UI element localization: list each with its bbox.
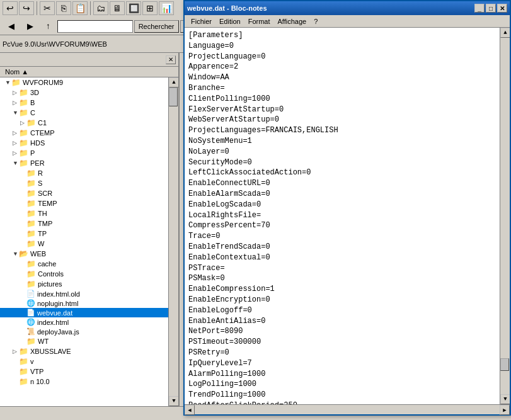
menu-fichier[interactable]: Fichier xyxy=(187,16,215,26)
tree-item-ctemp[interactable]: ▷ 📁 CTEMP xyxy=(0,128,168,138)
explorer-panel: ✕ Nom ▲ ▼ 📁 WVFORUM9 ▷ 📁 3D xyxy=(0,53,180,406)
np-hscroll-right[interactable]: ▶ xyxy=(500,405,510,415)
menu-edition[interactable]: Edition xyxy=(215,16,244,26)
tree-item-c[interactable]: ▼ 📁 C xyxy=(0,108,168,118)
expand-icon: ▷ xyxy=(20,120,26,126)
np-scroll-up[interactable]: ▲ xyxy=(500,28,510,38)
tree-item-wvforum9[interactable]: ▼ 📁 WVFORUM9 xyxy=(0,77,168,88)
folder-icon: 📁 xyxy=(19,98,28,107)
search-input[interactable] xyxy=(57,20,133,33)
tree-item-cache[interactable]: 📁 cache xyxy=(0,259,168,269)
menu-help[interactable]: ? xyxy=(310,16,321,26)
tree-item-per[interactable]: ▼ 📁 PER xyxy=(0,158,168,168)
expand-icon: ▼ xyxy=(13,110,19,116)
tree-item-hds[interactable]: ▷ 📁 HDS xyxy=(0,138,168,148)
tree-item-r[interactable]: 📁 R xyxy=(0,168,168,178)
icon-btn3[interactable]: 🔲 xyxy=(126,1,141,15)
tree-item-wt[interactable]: 📁 WT xyxy=(0,336,168,346)
tree-item-tmp[interactable]: 📁 TMP xyxy=(0,219,168,229)
expand-icon: ▷ xyxy=(13,140,19,146)
tree-scrollbar[interactable]: ▲ ▼ xyxy=(168,77,178,406)
tree-label: B xyxy=(30,99,35,106)
tree-item-w[interactable]: 📁 W xyxy=(0,239,168,249)
folder-icon: 📁 xyxy=(26,209,36,218)
scrollbar-down-btn[interactable]: ▼ xyxy=(169,396,178,406)
scrollbar-thumb[interactable] xyxy=(169,88,178,106)
address-label: PcVue 9.0\Usr\WVFORUM9\WEB xyxy=(3,40,107,48)
tree-item-controls[interactable]: 📁 Controls xyxy=(0,269,168,279)
icon-btn2[interactable]: 🖥 xyxy=(110,1,125,15)
icon-btn5[interactable]: 📊 xyxy=(159,1,174,15)
tree-item-tp[interactable]: 📁 TP xyxy=(0,229,168,239)
tree-item-p[interactable]: ▷ 📁 P xyxy=(0,148,168,158)
tree-label: CTEMP xyxy=(30,129,55,137)
scrollbar-track[interactable] xyxy=(169,88,178,396)
col-name-header: Nom ▲ xyxy=(3,67,176,77)
file-icon: 🌐 xyxy=(26,318,35,326)
tree-label: TH xyxy=(38,210,47,217)
tree-label: R xyxy=(38,169,43,177)
tree-item-s[interactable]: 📁 S xyxy=(0,178,168,188)
tree-item-3d[interactable]: ▷ 📁 3D xyxy=(0,88,168,98)
np-scroll-thumb[interactable] xyxy=(500,358,509,371)
folder-icon: 📂 xyxy=(19,249,28,258)
tree-label: TP xyxy=(38,230,47,237)
icon-btn4[interactable]: ⊞ xyxy=(142,1,158,15)
explorer-close-button[interactable]: ✕ xyxy=(166,55,176,64)
close-button[interactable]: ✕ xyxy=(497,4,507,13)
expand-icon: ▼ xyxy=(13,160,19,166)
np-hscroll-left[interactable]: ◀ xyxy=(185,405,195,415)
back-button[interactable]: ◀ xyxy=(3,20,20,33)
tree-item-deployjava-js[interactable]: 📜 deployJava.js xyxy=(0,327,168,336)
paste-button[interactable]: 📋 xyxy=(72,1,88,15)
tree-label: WVFORUM9 xyxy=(23,79,63,86)
tree-item-webvue-dat[interactable]: 📄 webvue.dat xyxy=(0,308,168,317)
notepad-text-area[interactable]: [Parameters] Language=0 ProjectLanguage=… xyxy=(185,28,500,404)
np-scroll-down[interactable]: ▼ xyxy=(500,394,510,404)
tree-item-c1[interactable]: ▷ 📁 C1 xyxy=(0,118,168,128)
folder-icon: 📁 xyxy=(26,189,36,198)
tree-item-th[interactable]: 📁 TH xyxy=(0,208,168,219)
up-button[interactable]: ↑ xyxy=(40,20,56,33)
icon-btn1[interactable]: 🗂 xyxy=(93,1,108,15)
tree-item-vfr[interactable]: 📁 v xyxy=(0,356,168,366)
minimize-button[interactable]: _ xyxy=(474,4,485,13)
undo-button[interactable]: ↩ xyxy=(3,1,18,15)
notepad-titlebar: webvue.dat - Bloc-notes _ □ ✕ xyxy=(185,1,510,15)
cut-button[interactable]: ✂ xyxy=(40,1,55,15)
tree-item-b[interactable]: ▷ 📁 B xyxy=(0,98,168,108)
tree-item-pictures[interactable]: 📁 pictures xyxy=(0,279,168,289)
menu-format[interactable]: Format xyxy=(244,16,274,26)
folder-icon: 📁 xyxy=(26,169,36,178)
tree-item-web[interactable]: ▼ 📂 WEB xyxy=(0,249,168,259)
folder-icon: 📁 xyxy=(26,239,36,248)
tree-item-index-html-old[interactable]: 📄 index.html.old xyxy=(0,289,168,298)
back-icon: ◀ xyxy=(8,21,14,31)
copy-button[interactable]: ⎘ xyxy=(56,1,71,15)
separator1 xyxy=(37,1,37,15)
np-scroll-track[interactable] xyxy=(500,38,510,394)
scrollbar-up-btn[interactable]: ▲ xyxy=(169,77,178,88)
folder-icon: 📁 xyxy=(26,219,36,228)
redo-button[interactable]: ↪ xyxy=(19,1,34,15)
tree-item-n10[interactable]: 📁 n 10.0 xyxy=(0,377,168,387)
maximize-button[interactable]: □ xyxy=(486,4,496,13)
up-icon: ↑ xyxy=(46,21,50,31)
forward-button[interactable]: ▶ xyxy=(21,20,39,33)
tree-label: Controls xyxy=(38,270,64,278)
tree-item-temp[interactable]: 📁 TEMP xyxy=(0,198,168,208)
sort-icon: ▲ xyxy=(21,68,28,76)
tree-item-vtp[interactable]: 📁 VTP xyxy=(0,366,168,377)
notepad-scrollbar[interactable]: ▲ ▼ xyxy=(500,28,510,404)
menu-affichage[interactable]: Affichage xyxy=(274,16,311,26)
tree-label: TEMP xyxy=(38,200,57,207)
tree-item-xbusslave[interactable]: ▷ 📁 XBUSSLAVE xyxy=(0,346,168,356)
search-button[interactable]: Rechercher xyxy=(134,20,179,33)
tree-item-scr[interactable]: 📁 SCR xyxy=(0,188,168,198)
tree-label: S xyxy=(38,179,42,187)
tree-item-index-html[interactable]: 🌐 index.html xyxy=(0,317,168,327)
folder-icon: 📁 xyxy=(26,118,36,127)
np-hscroll-track[interactable] xyxy=(195,405,500,414)
tree-item-noplugin-html[interactable]: 🌐 noplugin.html xyxy=(0,298,168,308)
notepad-hscrollbar: ◀ ▶ xyxy=(185,404,510,414)
